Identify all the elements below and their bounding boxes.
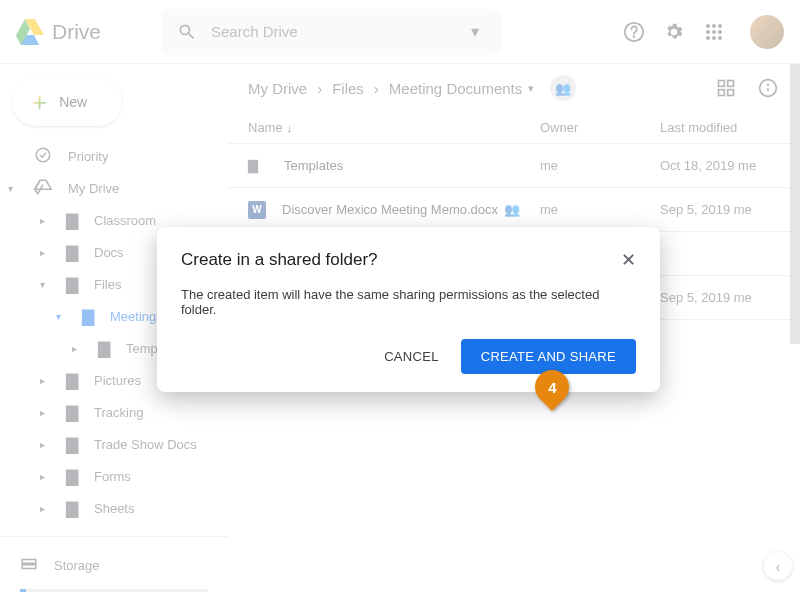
tutorial-callout: 4 <box>535 370 569 404</box>
close-icon[interactable]: ✕ <box>621 249 636 271</box>
dialog-body: The created item will have the same shar… <box>181 287 636 317</box>
dialog-title: Create in a shared folder? <box>181 250 378 270</box>
create-and-share-button[interactable]: CREATE AND SHARE <box>461 339 636 374</box>
create-shared-folder-dialog: Create in a shared folder? ✕ The created… <box>157 227 660 392</box>
cancel-button[interactable]: CANCEL <box>380 339 443 374</box>
